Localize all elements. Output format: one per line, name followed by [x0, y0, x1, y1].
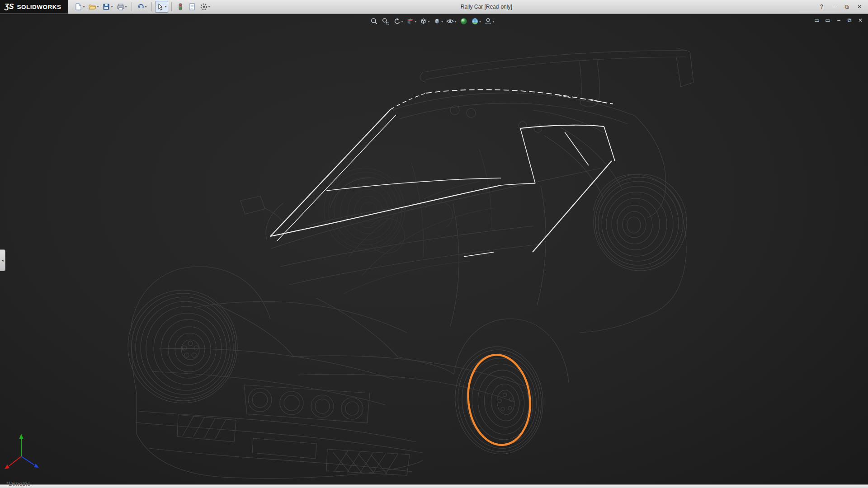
undo-button[interactable]: ▾ — [135, 1, 148, 13]
wireframe-car-canvas[interactable] — [0, 14, 868, 488]
appearance-ball-icon — [459, 17, 467, 25]
child-restore-button[interactable]: ⧉ — [845, 16, 854, 24]
caret-icon: ▾ — [165, 5, 167, 9]
document-window-controls: ▭ ▭ – ⧉ ✕ — [813, 16, 864, 24]
highlighted-edges — [270, 89, 615, 257]
apply-scene-globe-icon — [471, 17, 479, 25]
featuremanager-collapse-tab[interactable]: ◂ — [0, 249, 5, 271]
orientation-label: *Dimetric — [6, 480, 30, 487]
wheel-front-left — [128, 290, 237, 403]
titlebar: ƷS SOLIDWORKS ▾ ▾ — [0, 0, 868, 14]
caret-icon: ▾ — [455, 20, 457, 23]
wheel-rear-right — [594, 174, 687, 271]
print-icon — [117, 3, 125, 11]
maximize-button[interactable]: ⧉ — [841, 2, 853, 11]
section-view-icon — [406, 17, 414, 25]
toolbar-separator — [171, 2, 172, 11]
undo-icon — [137, 3, 145, 11]
car-body — [131, 48, 694, 479]
open-folder-icon — [88, 3, 96, 11]
new-document-icon — [74, 3, 82, 11]
section-view-button[interactable]: ▾ — [405, 16, 417, 26]
previous-view-button[interactable]: ▾ — [392, 16, 404, 26]
zoom-to-fit-button[interactable] — [369, 16, 379, 26]
toolbar-separator — [132, 2, 132, 11]
zoom-to-fit-icon — [370, 17, 378, 25]
rebuild-traffic-light-icon — [176, 3, 184, 11]
caret-icon: ▾ — [125, 5, 127, 9]
view-settings-button[interactable]: ▾ — [483, 16, 495, 26]
view-orientation-cube-icon — [420, 17, 428, 25]
orientation-triad — [5, 434, 39, 469]
wheel-front-right — [450, 343, 548, 459]
caret-icon: ▾ — [428, 20, 430, 23]
window-controls: ? – ⧉ ✕ — [816, 2, 865, 11]
caret-icon: ▾ — [415, 20, 416, 23]
display-style-button[interactable]: ▾ — [432, 16, 444, 26]
eye-icon — [446, 17, 454, 25]
zoom-to-area-button[interactable] — [381, 16, 391, 26]
zoom-to-area-icon — [382, 17, 390, 25]
toolbar-separator — [151, 2, 152, 11]
caret-icon: ▾ — [441, 20, 443, 23]
caret-icon: ▾ — [401, 20, 403, 23]
help-button[interactable]: ? — [816, 2, 827, 11]
caret-icon: ▾ — [479, 20, 481, 23]
caret-icon: ▾ — [145, 5, 147, 9]
heads-up-view-toolbar: ▾ ▾ ▾ — [369, 16, 495, 26]
window-pane-icon[interactable]: ▭ — [813, 16, 821, 24]
brand-name: SOLIDWORKS — [17, 4, 61, 10]
display-style-icon — [433, 17, 441, 25]
open-button[interactable]: ▾ — [87, 1, 100, 13]
status-bar — [0, 484, 868, 488]
window-title: Rally Car [Read-only] — [184, 4, 788, 10]
view-orientation-button[interactable]: ▾ — [419, 16, 431, 26]
save-button[interactable]: ▾ — [101, 1, 114, 13]
caret-icon: ▾ — [97, 5, 99, 9]
graphics-viewport[interactable]: ▾ ▾ ▾ — [0, 14, 868, 488]
dassault-logo-icon: ƷS — [5, 3, 14, 11]
close-button[interactable]: ✕ — [854, 2, 865, 11]
child-close-button[interactable]: ✕ — [856, 16, 864, 24]
caret-icon: ▾ — [493, 20, 495, 23]
save-icon — [102, 3, 110, 11]
solidworks-window: ƷS SOLIDWORKS ▾ ▾ — [0, 0, 868, 488]
hide-show-items-button[interactable]: ▾ — [445, 16, 458, 26]
minimize-button[interactable]: – — [828, 2, 840, 11]
view-settings-icon — [484, 17, 492, 25]
previous-view-icon — [393, 17, 401, 25]
caret-icon: ▾ — [83, 5, 85, 9]
child-minimize-button[interactable]: – — [835, 16, 843, 24]
print-button[interactable]: ▾ — [115, 1, 128, 13]
caret-icon: ▾ — [111, 5, 113, 9]
edit-appearance-button[interactable] — [458, 16, 468, 26]
apply-scene-button[interactable]: ▾ — [470, 16, 482, 26]
window-pane-icon[interactable]: ▭ — [824, 16, 832, 24]
select-button[interactable]: ▾ — [155, 1, 168, 13]
select-cursor-icon — [156, 3, 165, 11]
solidworks-logo: ƷS SOLIDWORKS — [0, 0, 68, 14]
new-document-button[interactable]: ▾ — [73, 1, 86, 13]
